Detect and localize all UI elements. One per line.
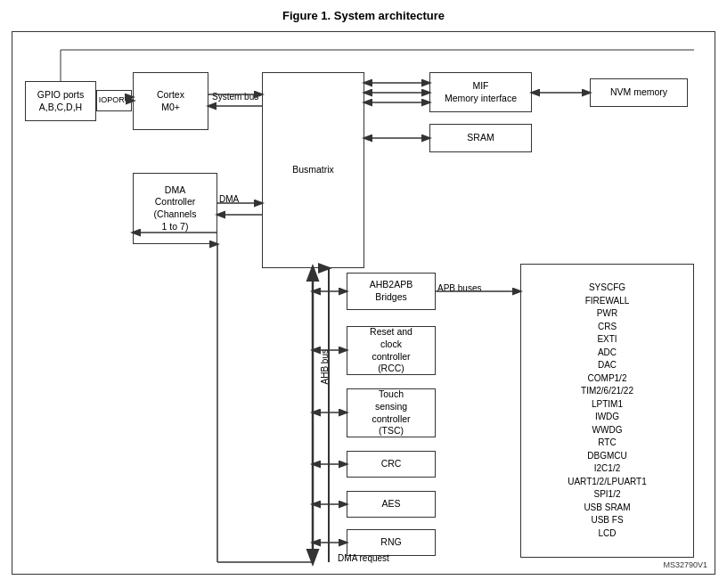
peripheral-item: CRS [568,321,647,334]
diagram-container: GPIO portsA,B,C,D,H IOPORT CortexM0+ Sys… [12,31,715,575]
sram-label: SRAM [467,132,494,144]
peripheral-item: I2C1/2 [568,462,647,476]
nvm-box: NVM memory [590,78,688,107]
figure-title: Figure 1. System architecture [282,9,445,22]
peripherals-box: SYSCFGFIREWALLPWRCRSEXTIADCDACCOMP1/2TIM… [520,264,694,558]
peripheral-item: TIM2/6/21/22 [568,385,647,398]
dma-request-label: DMA request [338,553,389,563]
peripheral-item: IWDG [568,411,647,424]
peripheral-item: EXTI [568,333,647,347]
crc-box: CRC [347,451,436,478]
cortex-label: CortexM0+ [157,89,184,113]
ioport-box: IOPORT [96,90,132,111]
peripheral-item: COMP1/2 [568,372,647,386]
gpio-box: GPIO portsA,B,C,D,H [25,81,96,121]
peripheral-item: WWDG [568,424,647,437]
sram-box: SRAM [429,124,532,152]
peripheral-item: PWR [568,307,647,321]
apb-buses-label: APB buses [437,283,481,293]
rcc-box: Reset andclockcontroller(RCC) [347,326,436,375]
nvm-label: NVM memory [610,86,667,99]
page: Figure 1. System architecture GPIO ports… [0,0,727,588]
peripheral-item: USB FS [568,514,647,527]
gpio-label: GPIO portsA,B,C,D,H [37,89,85,113]
rng-label: RNG [380,536,401,549]
peripheral-item: UART1/2/LPUART1 [568,476,647,489]
dma-arrow-label: DMA [219,194,239,204]
peripherals-list: SYSCFGFIREWALLPWRCRSEXTIADCDACCOMP1/2TIM… [568,282,647,540]
ahb2apb-box: AHB2APBBridges [347,273,436,310]
peripheral-item: FIREWALL [568,295,647,308]
rng-box: RNG [347,529,436,556]
dma-box: DMAController(Channels1 to 7) [133,173,217,244]
peripheral-item: ADC [568,347,647,360]
mif-label: MIFMemory interface [445,80,517,104]
peripheral-item: SPI1/2 [568,488,647,502]
dma-label: DMAController(Channels1 to 7) [154,184,197,233]
rcc-label: Reset andclockcontroller(RCC) [370,326,413,375]
tsc-box: Touchsensingcontroller(TSC) [347,388,436,437]
aes-box: AES [347,491,436,518]
ioport-label: IOPORT [99,95,129,106]
busmatrix-box: Busmatrix [262,72,364,268]
peripheral-item: SYSCFG [568,282,647,295]
ahb-bus-label: AHB bus [320,349,330,384]
ms-label: MS32790V1 [663,560,707,569]
ahb2apb-label: AHB2APBBridges [370,279,413,303]
crc-label: CRC [381,458,402,470]
peripheral-item: LCD [568,527,647,541]
peripheral-item: RTC [568,437,647,450]
mif-box: MIFMemory interface [429,72,532,112]
system-bus-label: System bus [212,92,258,102]
tsc-label: Touchsensingcontroller(TSC) [372,388,410,437]
peripheral-item: USB SRAM [568,502,647,515]
peripheral-item: LPTIM1 [568,398,647,412]
peripheral-item: DAC [568,359,647,372]
aes-label: AES [381,498,400,510]
peripheral-item: DBGMCU [568,450,647,463]
busmatrix-label: Busmatrix [292,164,334,176]
cortex-box: CortexM0+ [133,72,208,130]
